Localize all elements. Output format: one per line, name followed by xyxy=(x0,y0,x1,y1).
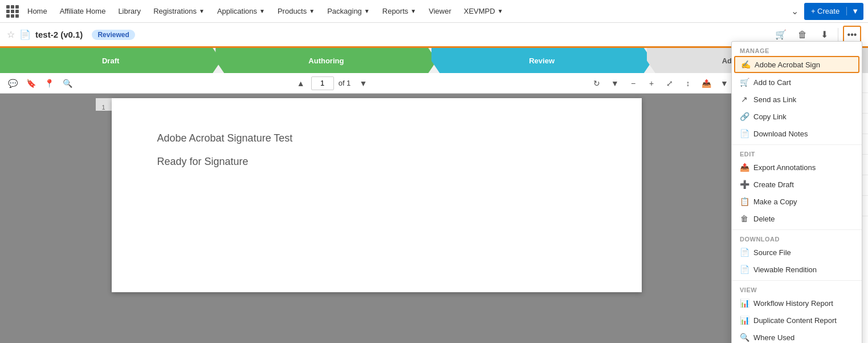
export-icon[interactable]: 📤 xyxy=(698,75,714,91)
document-title: test-2 (v0.1) xyxy=(35,30,83,39)
create-button[interactable]: + Create ▼ xyxy=(804,3,863,20)
nav-applications[interactable]: Applications▼ xyxy=(211,0,271,23)
menu-item-make-copy[interactable]: 📋 Make a Copy xyxy=(732,193,862,210)
page-number-sidebar: 1 xyxy=(96,98,112,111)
document-page: Adobe Acrobat Signature Test Ready for S… xyxy=(112,98,642,292)
page-total: of 1 xyxy=(339,79,351,87)
source-file-icon: 📄 xyxy=(740,248,749,257)
menu-item-export-annotations[interactable]: 📤 Export Annotations xyxy=(732,159,862,176)
menu-item-where-used[interactable]: 🔍 Where Used xyxy=(732,329,862,343)
search-icon[interactable]: 🔍 xyxy=(59,75,75,91)
chart-icon: 📊 xyxy=(740,298,749,308)
fullscreen-icon[interactable]: ⤢ xyxy=(662,75,678,91)
nav-xevmpd[interactable]: XEVMPD▼ xyxy=(458,0,509,23)
menu-item-viewable-rendition[interactable]: 📄 Viewable Rendition xyxy=(732,261,862,278)
page-input[interactable] xyxy=(311,76,334,90)
menu-section-edit: EDIT xyxy=(732,147,862,159)
menu-item-send-as-link[interactable]: ↗ Send as Link xyxy=(732,91,862,108)
workflow-step-draft[interactable]: Draft xyxy=(0,48,221,73)
location-icon[interactable]: 📍 xyxy=(41,75,57,91)
cart-icon: 🛒 xyxy=(740,78,749,87)
annotation-icon[interactable]: 💬 xyxy=(5,75,21,91)
top-navigation: Home Affiliate Home Library Registration… xyxy=(0,0,868,23)
menu-item-download-notes[interactable]: 📄 Download Notes xyxy=(732,125,862,142)
doc-line-1: Adobe Acrobat Signature Test xyxy=(157,132,596,144)
create-draft-icon: ➕ xyxy=(740,180,749,189)
nav-affiliate-home[interactable]: Affiliate Home xyxy=(54,0,112,23)
viewer-area: 💬 🔖 📍 🔍 ▲ of 1 ▼ ↻ ▼ − + ⤢ ↕ 📤 ▼ 1 xyxy=(0,73,737,343)
where-used-icon: 🔍 xyxy=(740,333,749,342)
copy-link-icon: 🔗 xyxy=(740,112,749,121)
menu-section-download: DOWNLOAD xyxy=(732,232,862,244)
menu-item-create-draft[interactable]: ➕ Create Draft xyxy=(732,176,862,193)
nav-products[interactable]: Products▼ xyxy=(272,0,320,23)
copy-icon: 📋 xyxy=(740,197,749,206)
fit-icon[interactable]: ↕ xyxy=(680,75,696,91)
grid-menu-icon[interactable] xyxy=(5,3,21,19)
menu-item-add-to-cart[interactable]: 🛒 Add to Cart xyxy=(732,74,862,91)
menu-item-delete[interactable]: 🗑 Delete xyxy=(732,210,862,227)
nav-viewer[interactable]: Viewer xyxy=(423,0,457,23)
menu-item-copy-link[interactable]: 🔗 Copy Link xyxy=(732,108,862,125)
delete-icon: 🗑 xyxy=(740,214,749,223)
menu-item-duplicate-report[interactable]: 📊 Duplicate Content Report xyxy=(732,312,862,329)
rendition-icon: 📄 xyxy=(740,265,749,274)
document-icon: 📄 xyxy=(19,29,31,40)
export-icon: 📤 xyxy=(740,163,749,172)
viewer-toolbar: 💬 🔖 📍 🔍 ▲ of 1 ▼ ↻ ▼ − + ⤢ ↕ 📤 ▼ xyxy=(0,73,737,94)
favorite-icon[interactable]: ☆ xyxy=(7,29,15,40)
zoom-out-icon[interactable]: − xyxy=(625,75,641,91)
menu-item-source-file[interactable]: 📄 Source File xyxy=(732,244,862,261)
export-down-icon[interactable]: ▼ xyxy=(716,75,732,91)
menu-item-adobe-sign[interactable]: ✍ Adobe Acrobat Sign xyxy=(734,56,859,73)
prev-page-icon[interactable]: ▲ xyxy=(293,75,309,91)
workflow-step-review[interactable]: Review xyxy=(431,48,653,73)
adobe-sign-icon: ✍ xyxy=(741,60,750,69)
download-notes-icon: 📄 xyxy=(740,129,749,138)
bookmark-icon[interactable]: 🔖 xyxy=(23,75,39,91)
menu-section-manage: MANAGE xyxy=(732,44,862,55)
divider xyxy=(732,280,862,281)
nav-home[interactable]: Home xyxy=(22,0,53,23)
doc-line-2: Ready for Signature xyxy=(157,156,596,168)
next-page-icon[interactable]: ▼ xyxy=(355,75,371,91)
divider xyxy=(838,28,838,42)
nav-registrations[interactable]: Registrations▼ xyxy=(148,0,210,23)
notifications-icon[interactable]: ⌄ xyxy=(791,6,798,17)
menu-item-workflow-report[interactable]: 📊 Workflow History Report xyxy=(732,294,862,312)
nav-reports[interactable]: Reports▼ xyxy=(377,0,422,23)
workflow-step-authoring[interactable]: Authoring xyxy=(215,48,437,73)
send-link-icon: ↗ xyxy=(740,95,749,104)
divider xyxy=(732,229,862,230)
chart-icon: 📊 xyxy=(740,316,749,325)
menu-section-view: VIEW xyxy=(732,283,862,294)
rotate-icon[interactable]: ↻ xyxy=(589,75,605,91)
zoom-in-icon[interactable]: + xyxy=(643,75,659,91)
divider xyxy=(732,144,862,145)
rotate-down-icon[interactable]: ▼ xyxy=(607,75,623,91)
nav-library[interactable]: Library xyxy=(112,0,146,23)
dropdown-menu: MANAGE ✍ Adobe Acrobat Sign 🛒 Add to Car… xyxy=(731,41,862,343)
nav-packaging[interactable]: Packaging▼ xyxy=(321,0,376,23)
document-canvas: 1 Adobe Acrobat Signature Test Ready for… xyxy=(0,94,737,343)
status-badge: Reviewed xyxy=(92,30,135,40)
